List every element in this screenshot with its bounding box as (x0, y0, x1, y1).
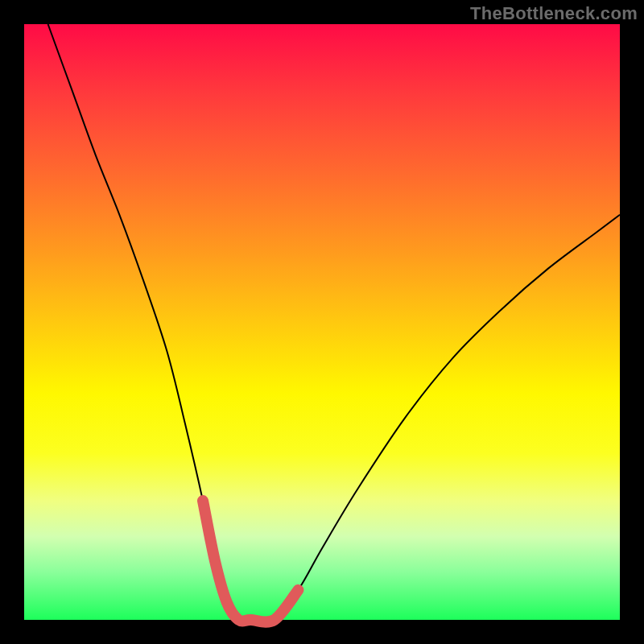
plot-area (24, 24, 620, 620)
watermark-text: TheBottleneck.com (470, 3, 638, 24)
bottleneck-curve (48, 24, 620, 622)
optimal-range-overlay (203, 501, 298, 622)
curve-svg (24, 24, 620, 620)
chart-frame: TheBottleneck.com (0, 0, 644, 644)
